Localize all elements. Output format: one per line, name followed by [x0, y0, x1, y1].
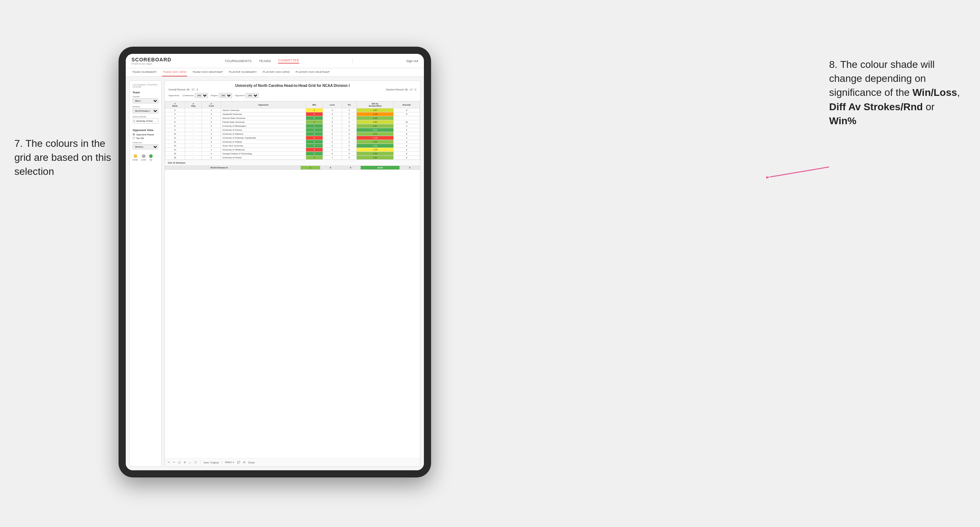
cell-reg: - [185, 152, 202, 156]
radio-opponents-played[interactable]: Opponents Played [132, 133, 158, 136]
cell-conf: 1 [202, 148, 221, 152]
cell-loss: 1 [323, 156, 342, 160]
legend-dot-level [142, 154, 145, 158]
legend-down: Down [132, 154, 138, 161]
od-label: NCAA Division II [209, 166, 300, 170]
cell-reg: - [185, 120, 202, 124]
out-division-table: NCAA Division II 1 0 0 26.00 3 [165, 165, 420, 170]
nav-committee[interactable]: COMMITTEE [278, 59, 299, 63]
cell-reg: - [185, 116, 202, 120]
nav-items: TOURNAMENTS TEAMS COMMITTEE [225, 59, 299, 63]
cell-tie: 0 [342, 128, 357, 132]
out-division-header: Out of division [165, 160, 420, 165]
svg-line-3 [770, 167, 829, 177]
tablet-screen: SCOREBOARD Powered by clippd TOURNAMENTS… [126, 54, 424, 470]
school-input[interactable] [132, 119, 158, 124]
clock-btn[interactable]: 🕐 [194, 461, 197, 464]
watch-btn[interactable]: Watch ▾ [225, 461, 234, 464]
cell-opponent: University of Florida [221, 156, 306, 160]
cell-loss: 4 [323, 113, 342, 116]
radio-group: Opponents Played Top 100 [132, 133, 158, 139]
col-loss: Loss [323, 102, 342, 108]
cell-reg: - [185, 128, 202, 132]
cell-opponent: University of Virginia [221, 140, 306, 144]
radio-dot-opponents [132, 133, 135, 136]
overall-record: Overall Record: 89 - 17 - 0 [169, 88, 198, 91]
grid-records: Overall Record: 89 - 17 - 0 Division Rec… [169, 88, 416, 91]
cell-rank: 15 [165, 152, 185, 156]
sign-out[interactable]: Sign out [406, 59, 418, 63]
colour-by-label: Colour by [132, 141, 158, 144]
cell-opponent: University of Alabama [221, 132, 306, 136]
grid-table-wrapper: #Rank #Reg #Conf Opponent Win Loss Tie D… [165, 101, 420, 458]
comment-btn[interactable]: 💬 [237, 461, 240, 464]
tab-team-h2h-heatmap[interactable]: TEAM H2H HEATMAP [191, 68, 224, 76]
cell-rounds: 8 [394, 132, 420, 136]
od-rank [165, 166, 180, 170]
cell-rounds: 2 [394, 128, 420, 132]
tab-team-h2h-grid[interactable]: TEAM H2H GRID [162, 68, 188, 76]
step-btn[interactable]: ⬜ [178, 461, 181, 464]
tab-player-h2h-grid[interactable]: PLAYER H2H GRID [262, 68, 291, 76]
share-btn[interactable]: Share [248, 461, 255, 464]
legend-level: Level [141, 154, 146, 161]
nav-teams[interactable]: TEAMS [259, 59, 271, 63]
gender-label: Gender [132, 95, 158, 98]
cell-win: 4 [306, 120, 323, 124]
cell-tie: 0 [342, 148, 357, 152]
annotation-bold2: Diff Av Strokes/Rnd [829, 101, 923, 113]
undo-btn[interactable]: ↩ [168, 461, 170, 464]
legend-dot-up [149, 154, 153, 158]
cell-rounds: 9 [394, 152, 420, 156]
cell-opponent: University of Oklahoma [221, 148, 306, 152]
cell-win: 5 [306, 152, 323, 156]
cell-conf: 6 [202, 136, 221, 140]
cell-loss: 1 [323, 136, 342, 140]
gender-select[interactable]: Men's [132, 98, 158, 103]
cell-reg: - [185, 113, 202, 116]
tab-team-summary[interactable]: TEAM SUMMARY [132, 68, 158, 76]
conference-filter: Conference (All) [183, 93, 208, 98]
dash-btn[interactable]: — [189, 461, 191, 464]
cell-reg: - [185, 144, 202, 148]
opponent-select[interactable]: (All) [245, 93, 259, 98]
tablet-frame: SCOREBOARD Powered by clippd TOURNAMENTS… [119, 47, 431, 478]
cell-rank: 16 [165, 156, 185, 160]
cell-tie: 0 [342, 132, 357, 136]
main-content: Last Updated: 27/03/2024 16:55:38 Team G… [126, 77, 424, 470]
division-select[interactable]: NCAA Division I [132, 108, 158, 113]
radio-top100[interactable]: Top 100 [132, 137, 158, 139]
table-row: 14 - 1 University of Oklahoma 0 1 0 -1.0… [165, 148, 420, 152]
region-select[interactable]: (All) [219, 93, 232, 98]
table-row: 6 - 2 Florida State University 4 2 0 1.8… [165, 120, 420, 124]
redo-btn[interactable]: ↪ [173, 461, 175, 464]
cell-loss: 0 [323, 140, 342, 144]
conference-select[interactable]: (All) [195, 93, 208, 98]
cell-diff: -1.00 [356, 148, 393, 152]
legend-dot-down [134, 154, 137, 158]
cell-diff: 9.00 [356, 128, 393, 132]
tab-player-summary[interactable]: PLAYER SUMMARY [228, 68, 258, 76]
nav-tournaments[interactable]: TOURNAMENTS [225, 59, 252, 63]
copy-btn[interactable]: ⧉ [184, 461, 186, 464]
cell-rank: 11 [165, 136, 185, 140]
grid-btn[interactable]: ⊞ [243, 461, 245, 464]
cell-loss: 0 [323, 152, 342, 156]
col-diff: Diff AvStrokes/Rnd [356, 102, 393, 108]
cell-win: 1 [306, 124, 323, 128]
cell-win: 0 [306, 136, 323, 140]
od-conf [194, 166, 209, 170]
grid-title: University of North Carolina Head-to-Hea… [169, 84, 416, 87]
tab-player-h2h-heatmap[interactable]: PLAYER H2H HEATMAP [295, 68, 331, 76]
cell-win: 5 [306, 116, 323, 120]
left-panel: Last Updated: 27/03/2024 16:55:38 Team G… [129, 80, 162, 467]
cell-conf: 2 [202, 124, 221, 128]
table-row: 3 - 2 Vanderbilt University 0 4 0 -2.29 … [165, 113, 420, 116]
cell-tie: 0 [342, 116, 357, 120]
view-original-btn[interactable]: View: Original [203, 461, 219, 464]
timestamp: Last Updated: 27/03/2024 16:55:38 [132, 84, 158, 88]
cell-win: 3 [306, 156, 323, 160]
colour-by-select[interactable]: Win/loss [132, 144, 158, 149]
cell-diff: 1.83 [356, 120, 393, 124]
cell-loss: 0 [323, 144, 342, 148]
